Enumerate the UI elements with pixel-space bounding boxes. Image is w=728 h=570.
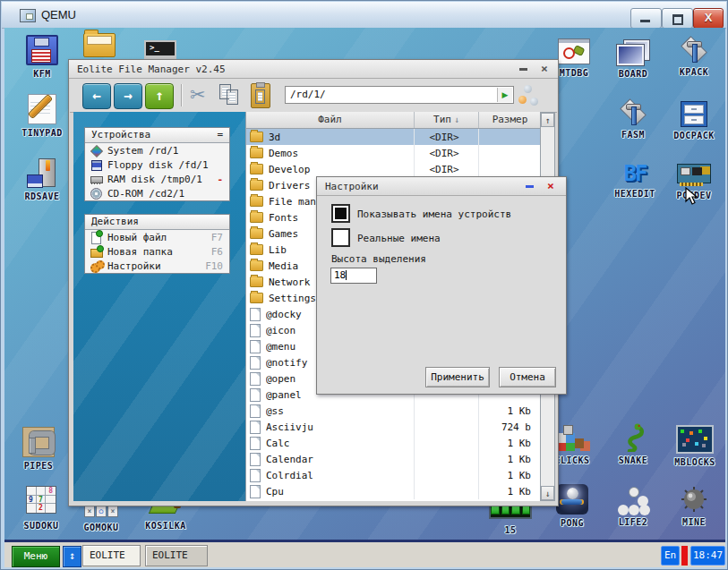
- desktop-icon-board[interactable]: BOARD: [608, 40, 658, 79]
- updown-button[interactable]: ↕: [63, 546, 81, 567]
- cancel-button[interactable]: Отмена: [499, 367, 556, 387]
- desktop-icon-shell[interactable]: >_: [144, 40, 176, 60]
- column-header-file[interactable]: Файл: [246, 112, 415, 128]
- device-item[interactable]: CD-ROM /cd2/1: [85, 186, 229, 200]
- desktop-icon-hexedit[interactable]: BF HEXEDIT: [606, 162, 664, 199]
- status-ball-icon[interactable]: [524, 85, 532, 93]
- mouse-cursor: [685, 187, 698, 209]
- close-button[interactable]: X: [693, 8, 724, 29]
- selection-height-input[interactable]: 18: [330, 268, 377, 284]
- table-row[interactable]: Colrdial1 Kb: [246, 467, 541, 483]
- desktop-icon-life2[interactable]: LIFE2: [610, 487, 656, 527]
- file-size: 1 Kb: [474, 405, 531, 417]
- device-item[interactable]: RAM disk /tmp0/1-: [85, 172, 229, 186]
- file-name: Calendar: [266, 454, 409, 465]
- maximize-button[interactable]: [662, 8, 693, 29]
- status-ball-icon[interactable]: [530, 98, 538, 106]
- drawer-cabinet-icon: [681, 101, 707, 127]
- taskbar-task-eolite-2[interactable]: EOLITE: [145, 545, 208, 566]
- action-item[interactable]: НастройкиF10: [85, 259, 229, 273]
- eolite-minimize-button[interactable]: [515, 63, 531, 76]
- ac-settings-icon: [90, 260, 102, 272]
- desktop-icon-fasm[interactable]: FASM: [608, 99, 658, 140]
- up-button[interactable]: ↑: [145, 83, 174, 109]
- devices-panel-title[interactable]: Устройства =: [85, 128, 229, 143]
- scroll-down-button[interactable]: ↓: [541, 486, 554, 500]
- dialog-minimize-button[interactable]: [521, 180, 537, 193]
- desktop-icon-sudoku[interactable]: 8 9 7 2 SUDOKU: [15, 486, 67, 531]
- qemu-titlebar[interactable]: QEMU X: [2, 2, 726, 29]
- action-item[interactable]: Новый файлF7: [85, 230, 229, 244]
- hexedit-bf-icon: BF: [624, 162, 647, 185]
- go-button[interactable]: ▶: [497, 88, 512, 102]
- desktop-icon-gomoku[interactable]: × ○ × GOMOKU: [74, 505, 128, 532]
- settings-dialog-title: Настройки: [325, 181, 379, 192]
- file-icon: [250, 485, 261, 498]
- folder-icon: [250, 228, 263, 239]
- copy-button[interactable]: [218, 83, 242, 106]
- file-name: @ss: [266, 405, 409, 417]
- column-header-type[interactable]: Тип↓: [415, 112, 479, 128]
- action-label: Новый файл: [107, 232, 167, 243]
- table-row[interactable]: Calendar1 Kb: [246, 451, 541, 467]
- selection-height-label: Высота выделения: [331, 253, 426, 265]
- real-names-checkbox[interactable]: [331, 228, 350, 247]
- path-input[interactable]: /rd/1/ ▶: [285, 86, 514, 104]
- clock[interactable]: 18:47: [690, 546, 725, 566]
- device-item[interactable]: Floppy disk /fd/1: [85, 157, 229, 172]
- dialog-close-button[interactable]: ×: [543, 180, 559, 193]
- forward-button[interactable]: →: [114, 83, 142, 109]
- desktop-icon-kpack[interactable]: KPACK: [667, 37, 721, 77]
- desktop-icon-kfm[interactable]: KFM: [19, 35, 65, 79]
- eolite-titlebar[interactable]: Eolite File Manager v2.45: [69, 60, 558, 79]
- table-row[interactable]: Asciivju724 b: [246, 419, 541, 435]
- file-size: 1 Kb: [474, 454, 531, 465]
- minimize-icon: [526, 185, 534, 188]
- hammer-package-icon: [617, 99, 649, 126]
- dv-ram-icon: [90, 174, 102, 185]
- table-row[interactable]: 3d<DIR>: [246, 129, 541, 145]
- collapse-icon[interactable]: =: [217, 128, 223, 142]
- folder-icon: [250, 276, 263, 287]
- pong-paddle-icon: [556, 484, 588, 515]
- eolite-close-button[interactable]: ×: [536, 63, 552, 76]
- menu-button[interactable]: Меню: [12, 546, 60, 567]
- apply-button[interactable]: Применить: [425, 367, 490, 387]
- language-indicator[interactable]: En: [661, 546, 680, 566]
- file-icon: [250, 372, 261, 386]
- desktop-icon-tinypad[interactable]: TINYPAD: [17, 94, 67, 138]
- show-device-names-checkbox[interactable]: [331, 204, 350, 223]
- guest-desktop: >_ KFM TINYPAD RDSAVE PIPES 8 9 7 2 SUDO…: [4, 28, 725, 567]
- cut-button[interactable]: ✂: [190, 83, 206, 106]
- table-row[interactable]: Calc1 Kb: [246, 435, 541, 451]
- device-item[interactable]: System /rd/1: [85, 143, 229, 157]
- desktop-icon-rdsave[interactable]: RDSAVE: [17, 158, 67, 201]
- unmount-badge[interactable]: -: [217, 174, 223, 185]
- desktop-icon-kosilka[interactable]: KOSILKA: [137, 503, 194, 531]
- table-row[interactable]: Cpu1 Kb: [246, 483, 541, 499]
- minimize-button[interactable]: [630, 8, 662, 29]
- file-name: 3d: [269, 132, 412, 143]
- desktop-icon-folder[interactable]: [83, 33, 116, 57]
- status-ball-icon[interactable]: [518, 96, 527, 104]
- desktop-icon-mine[interactable]: MINE: [669, 486, 719, 527]
- table-row[interactable]: Develop<DIR>: [246, 161, 541, 177]
- column-header-size[interactable]: Размер: [479, 112, 541, 128]
- desktop-icon-docpack[interactable]: DOCPACK: [669, 101, 719, 140]
- desktop-icon-snake[interactable]: SNAKE: [608, 423, 658, 465]
- device-label: Floppy disk /fd/1: [107, 159, 209, 171]
- paste-button[interactable]: [251, 83, 270, 108]
- table-row[interactable]: @ss1 Kb: [246, 403, 541, 419]
- file-icon: [250, 356, 261, 370]
- table-row[interactable]: Demos<DIR>: [246, 145, 541, 161]
- action-item[interactable]: Новая папкаF6: [85, 244, 229, 259]
- file-icon: [250, 421, 261, 434]
- file-size: 1 Kb: [474, 470, 531, 481]
- taskbar-task-eolite-1[interactable]: EOLITE: [82, 545, 141, 566]
- scroll-up-button[interactable]: ↑: [541, 113, 554, 127]
- back-button[interactable]: ←: [82, 83, 111, 109]
- actions-panel-title: Действия: [85, 215, 229, 230]
- desktop-icon-mblocks[interactable]: MBLOCKS: [667, 425, 723, 467]
- desktop-icon-pipes[interactable]: PIPES: [12, 427, 65, 471]
- folder-icon: [250, 260, 263, 271]
